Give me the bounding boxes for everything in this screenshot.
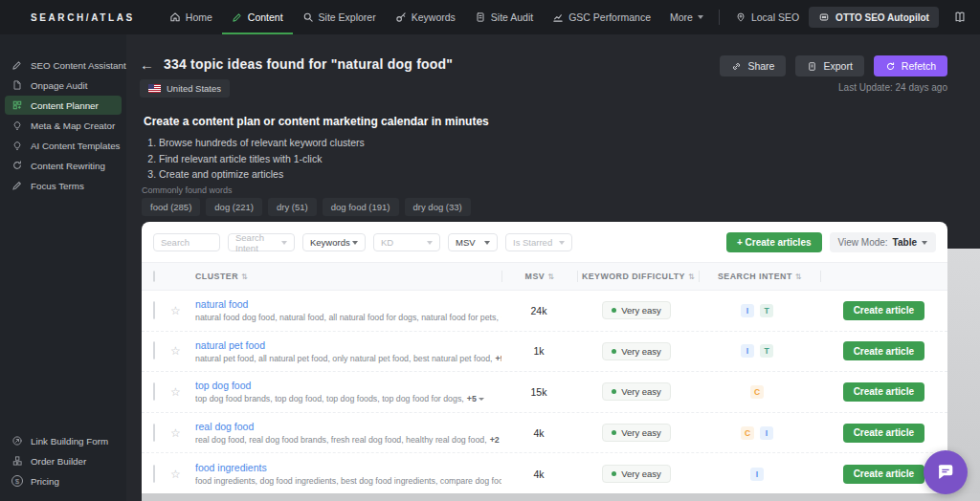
star-icon[interactable]: ☆ [170,305,181,316]
pen-icon [11,180,23,191]
page-background [142,493,980,501]
difficulty-badge: Very easy [602,301,671,319]
word-tag[interactable]: dog (221) [206,198,262,216]
nav-keywords[interactable]: Keywords [386,0,465,34]
chat-widget-button[interactable] [924,450,968,494]
results-card: Search Intent Keywords KD MSV Is Starred… [142,222,947,493]
intent-badge-informational: I [741,344,754,358]
search-input[interactable] [153,233,220,251]
intent-badge-informational: I [750,468,764,481]
create-articles-button[interactable]: + Create articles [726,232,822,252]
cluster-link[interactable]: real dog food [195,421,501,432]
nav-site-audit[interactable]: Site Audit [465,0,543,34]
book-icon[interactable] [953,11,967,24]
create-article-button[interactable]: Create article [843,382,924,402]
column-msv[interactable]: MSV [525,272,555,281]
nav-gsc-performance[interactable]: GSC Performance [543,0,660,34]
otto-autopilot-button[interactable]: OTTO SEO Autopilot [809,7,939,28]
is-starred-dropdown[interactable]: Is Starred [505,233,572,251]
nav-local-seo[interactable]: Local SEO [725,0,809,34]
cluster-link[interactable]: natural pet food [195,339,501,351]
edit-icon [11,59,23,71]
sidebar-item-onpage-audit[interactable]: Onpage Audit [5,76,122,95]
star-icon[interactable]: ☆ [170,427,181,439]
column-cluster[interactable]: CLUSTER [195,272,248,281]
export-button[interactable]: Export [795,55,863,76]
sidebar: SEO Content Assistant Onpage Audit Conte… [0,34,126,501]
msv-value: 15k [531,386,547,398]
main-nav: Home Content Site Explorer Keywords Site… [160,0,809,34]
create-article-button[interactable]: Create article [843,465,924,484]
word-tag[interactable]: dog food (191) [323,198,399,216]
cluster-link[interactable]: top dog food [195,380,484,391]
sidebar-item-link-building-form[interactable]: Link Building Form [5,431,122,450]
chevron-down-icon [698,15,703,19]
word-tag[interactable]: food (285) [142,198,200,216]
refetch-button[interactable]: Refetch [874,55,947,76]
status-dot [612,471,616,476]
common-words-label: Commonly found words [142,185,233,195]
msv-value: 1k [533,345,544,357]
create-article-button[interactable]: Create article [843,341,924,360]
star-icon[interactable]: ☆ [170,386,181,398]
row-checkbox[interactable] [153,301,155,319]
word-tag[interactable]: dry dog (33) [405,198,471,216]
star-icon[interactable]: ☆ [170,345,181,357]
sidebar-item-meta-map-creator[interactable]: Meta & Map Creator [5,116,122,135]
sidebar-item-seo-content-assistant[interactable]: SEO Content Assistant [5,55,122,75]
create-article-button[interactable]: Create article [843,424,924,443]
sidebar-item-focus-terms[interactable]: Focus Terms [5,176,122,195]
header-actions: Share Export Refetch [720,55,947,76]
home-icon [169,11,181,23]
msv-dropdown[interactable]: MSV [448,233,498,251]
table-row: ☆ natural pet food natural pet food, all… [142,332,947,373]
create-article-button[interactable]: Create article [843,301,924,320]
lightbulb-icon [11,120,23,131]
difficulty-badge: Very easy [602,382,671,401]
row-checkbox[interactable] [153,424,155,442]
row-checkbox[interactable] [153,382,155,401]
view-mode-selector[interactable]: View Mode: Table [830,232,936,252]
pencil-icon [232,11,243,23]
search-intent-dropdown[interactable]: Search Intent [228,233,295,251]
sidebar-item-pricing[interactable]: $ Pricing [5,471,122,490]
nav-home[interactable]: Home [160,0,222,34]
table-header: CLUSTER MSV KEYWORD DIFFICULTY SEARCH IN… [142,262,947,291]
cluster-keywords: natural pet food, all natural pet food, … [195,354,493,363]
sidebar-item-content-rewriting[interactable]: Content Rewriting [5,156,122,175]
intent-badge-informational: I [760,426,773,440]
main-content: ← 334 topic ideas found for "natural dog… [126,34,980,501]
chevron-down-icon [479,398,484,401]
difficulty-badge: Very easy [602,342,671,360]
country-badge[interactable]: United States [140,79,230,98]
column-search-intent[interactable]: SEARCH INTENT [718,272,802,281]
search-icon [302,11,314,23]
star-icon[interactable]: ☆ [170,468,181,480]
difficulty-badge: Very easy [602,465,671,483]
nav-site-explorer[interactable]: Site Explorer [293,0,386,34]
share-button[interactable]: Share [720,55,786,76]
cluster-link[interactable]: natural food [195,298,501,310]
back-arrow-icon[interactable]: ← [140,57,154,72]
filter-bar: Search Intent Keywords KD MSV Is Starred… [142,222,947,262]
sidebar-item-content-planner[interactable]: Content Planner [5,96,122,115]
cluster-link[interactable]: food ingredients [195,462,501,473]
key-icon [395,11,407,23]
sidebar-item-ai-content-templates[interactable]: AI Content Templates [5,136,122,155]
nav-content[interactable]: Content [222,0,293,34]
select-all-checkbox[interactable] [153,271,155,282]
expand-keywords[interactable]: +5 [467,394,484,403]
difficulty-badge: Very easy [602,424,671,442]
row-checkbox[interactable] [153,341,155,359]
chevron-down-icon [559,241,565,245]
chart-icon [552,11,564,23]
expand-keywords[interactable]: +2 [490,435,501,445]
keywords-dropdown[interactable]: Keywords [302,233,366,251]
row-checkbox[interactable] [153,465,155,483]
document-icon [11,79,23,91]
sidebar-item-order-builder[interactable]: Order Builder [5,451,122,470]
nav-more[interactable]: More [660,0,713,34]
column-keyword-difficulty[interactable]: KEYWORD DIFFICULTY [582,272,695,281]
kd-dropdown[interactable]: KD [373,233,440,251]
word-tag[interactable]: dry (51) [268,198,317,216]
